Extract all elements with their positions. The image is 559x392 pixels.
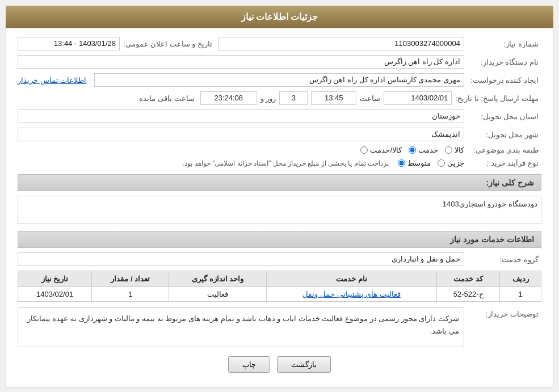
shomare-label: شماره نیاز: [468,40,541,48]
col-vahed: واحد اندازه گیری [169,271,267,287]
buttons-row: بازگشت چاپ [18,356,541,373]
tabaqe-row: طبقه بندی موضوعی: کالا خدمت کالا/خدمت [18,146,541,154]
shahr-row: شهر محل تحویل: اندیمشک [18,128,541,141]
shahr-value: اندیمشک [18,128,464,141]
tarikh-value: 1403/01/28 - 13:44 [18,37,120,50]
grohe-row: گروه خدمت: حمل و نقل و انبارداری [18,252,541,266]
nam-dastgah-value: اداره کل راه اهن زاگرس [18,55,464,69]
saat-label: ساعت [360,94,380,103]
table-row: 1ح-522-52فعالیت های پشتیبانی حمل ونقلفعا… [18,287,541,302]
cell-nam[interactable]: فعالیت های پشتیبانی حمل ونقل [266,287,436,302]
nam-dastgah-label: نام دستگاه خریدار: [468,58,541,66]
col-tarikh: تاریخ نیاز [18,271,92,287]
grohe-label: گروه خدمت: [468,255,541,264]
shomare-tarikh-row: شماره نیاز: 1103003274000004 تاریخ و ساع… [18,37,541,50]
cell-radif: 1 [500,287,541,302]
noe-label: نوع فرآیند خرید : [468,159,541,167]
noe-note: پرداخت تمام یا بخشی از مبلغ خریداز محل "… [183,159,389,167]
cell-tedad: 1 [92,287,169,302]
noe-motevaset[interactable]: متوسط [398,159,431,167]
tozihat-row: توضیحات خریدار: شرکت دارای مجوز رسمی در … [18,307,541,347]
ijad-label: ایجاد کننده درخواست: [468,76,541,85]
sharh-section-header: شرح کلی نیاز: [18,174,541,191]
cell-vahed: فعالیت [169,287,267,302]
tozihat-value: شرکت دارای مجوز رسمی در موضوع فعالیت خدم… [18,307,464,347]
tozihat-label: توضیحات خریدار: [468,307,541,318]
tabaqe-khedmat[interactable]: خدمت [409,146,438,154]
noe-row: نوع فرآیند خرید : جزیی متوسط پرداخت تمام… [18,159,541,167]
noe-jozei[interactable]: جزیی [438,159,464,167]
ijad-value: مهری محمدی کارشناس اداره کل راه اهن زاگر… [94,73,464,87]
print-button[interactable]: چاپ [228,356,270,373]
nam-dastgah-row: نام دستگاه خریدار: اداره کل راه اهن زاگر… [18,55,541,69]
services-table: ردیف کد خدمت نام خدمت واحد اندازه گیری ت… [18,271,541,302]
tarikh-label: تاریخ و ساعت اعلان عمومی: [123,40,215,48]
ostan-label: استان محل تحویل: [468,112,541,121]
mohlat-label: مهلت ارسال پاسخ: تا تاریخ: [455,94,541,103]
sharh-label: شرح کلی نیاز: [486,178,534,187]
ostan-row: استان محل تحویل: خوزستان [18,109,541,123]
roz-label: روز و [260,94,276,103]
khadamat-section-header: اطلاعات خدمات مورد نیاز [18,231,541,248]
page-header: جزئیات اطلاعات نیاز [6,6,553,28]
col-kod: کد خدمت [437,271,500,287]
ittilaat-link[interactable]: اطلاعات تماس خریدار [18,76,86,85]
tabaqe-radio-group: کالا خدمت کالا/خدمت [360,146,464,154]
col-tedad: تعداد / مقدار [92,271,169,287]
mohlat-date: 1403/02/01 [384,91,452,105]
baqi-label: ساعت باقی مانده [139,94,194,103]
sharh-value: دودستگاه خودرو استجاری1403 [18,196,541,224]
cell-kod: ح-522-52 [437,287,500,302]
col-nam: نام خدمت [266,271,436,287]
grohe-value: حمل و نقل و انبارداری [18,252,464,266]
shomare-value: 1103003274000004 [218,37,464,50]
mohlat-roz: 3 [279,91,308,105]
mohlat-saat: 13:45 [311,91,356,105]
tabaqe-label: طبقه بندی موضوعی: [468,146,541,154]
mohlat-remaining: 23:24:08 [200,91,257,105]
mohlat-row: مهلت ارسال پاسخ: تا تاریخ: 1403/02/01 سا… [18,91,541,105]
tabaqe-kala[interactable]: کالا [445,146,464,154]
noe-radio-group: جزیی متوسط [398,159,464,167]
back-button[interactable]: بازگشت [277,356,331,373]
shahr-label: شهر محل تحویل: [468,130,541,139]
ijad-row: ایجاد کننده درخواست: مهری محمدی کارشناس … [18,73,541,87]
header-title: جزئیات اطلاعات نیاز [241,12,318,22]
khadamat-title: اطلاعات خدمات مورد نیاز [450,235,534,244]
tabaqe-kala-khedmat[interactable]: کالا/خدمت [360,146,402,154]
ostan-value: خوزستان [18,109,464,123]
cell-tarikh: 1403/02/01 [18,287,92,302]
content-area: شماره نیاز: 1103003274000004 تاریخ و ساع… [6,28,553,387]
col-radif: ردیف [500,271,541,287]
